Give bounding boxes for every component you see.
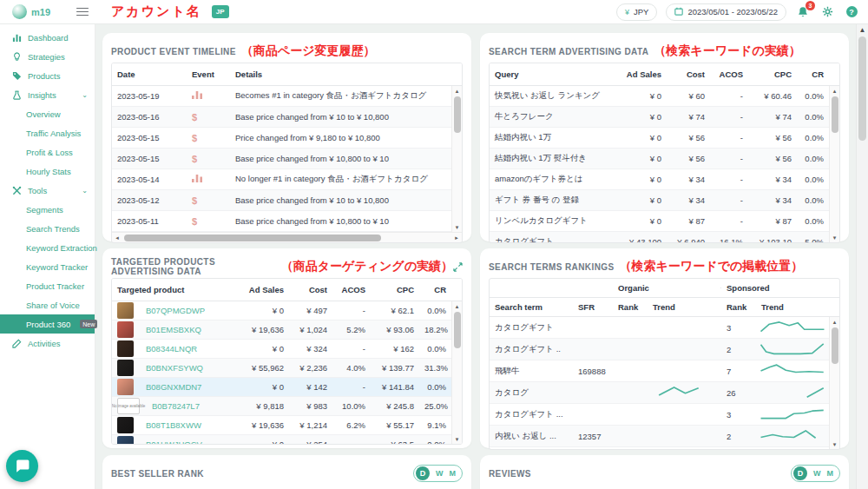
- table-row[interactable]: カタログギフト ..2: [490, 339, 839, 360]
- table-row[interactable]: 牛とろフレーク¥ 0¥ 74-¥ 740.0%: [490, 107, 839, 128]
- page-scrollbar[interactable]: ▲: [856, 24, 868, 489]
- sidebar-item-traffic-analysis[interactable]: Traffic Analysis: [0, 123, 95, 142]
- sidebar-item-insights[interactable]: Insights⌄: [0, 85, 95, 104]
- table-row[interactable]: 2023-05-19Becomes #1 in category 食品・お酒ギフ…: [112, 86, 462, 107]
- scrollbar-track[interactable]: [122, 235, 451, 241]
- scrollbar-thumb[interactable]: [858, 36, 866, 141]
- column-header[interactable]: ACOS: [710, 69, 748, 79]
- sidebar-item-products[interactable]: Products: [0, 66, 95, 85]
- column-header[interactable]: SFR: [573, 302, 613, 312]
- column-header[interactable]: Rank: [721, 302, 756, 312]
- table-row[interactable]: No image availableB0B78247L7¥ 9,818¥ 983…: [112, 397, 462, 416]
- table-row[interactable]: B07QPMGDWP¥ 0¥ 497-¥ 62.10.0%: [112, 301, 462, 320]
- scrollbar-thumb[interactable]: [454, 312, 461, 348]
- table-row[interactable]: 2023-05-16$Base price changed from ¥ 10 …: [112, 107, 462, 128]
- sidebar-item-keyword-tracker[interactable]: Keyword Tracker: [0, 257, 95, 276]
- toggle-option-d[interactable]: D: [416, 466, 430, 480]
- notifications-button[interactable]: 3: [795, 4, 811, 20]
- table-row[interactable]: 快気祝い お返し ランキング¥ 0¥ 60-¥ 60.460.0%: [490, 86, 839, 107]
- table-row[interactable]: カタログ26: [490, 382, 839, 404]
- column-header[interactable]: Rank: [613, 302, 648, 312]
- scroll-right-arrow-icon[interactable]: ▸: [451, 235, 462, 241]
- sidebar-item-keyword-extraction[interactable]: Keyword Extraction: [0, 238, 95, 257]
- table-row[interactable]: B08344LNQR¥ 0¥ 324-¥ 1620.0%: [112, 340, 462, 359]
- asin-link[interactable]: B01EMSBXKQ: [141, 325, 207, 334]
- table-row[interactable]: 飛騨牛1698887: [490, 360, 839, 382]
- table-row[interactable]: B0BNXFSYWQ¥ 55,962¥ 2,2364.0%¥ 139.7731.…: [112, 359, 462, 378]
- table-row[interactable]: 結婚内祝い 1万 熨斗付き¥ 0¥ 56-¥ 560.0%: [490, 149, 839, 169]
- help-button[interactable]: ?: [844, 4, 859, 20]
- column-header[interactable]: Cost: [289, 285, 332, 294]
- table-row[interactable]: ギフト 券 番号 の 登録¥ 0¥ 34-¥ 340.0%: [490, 190, 839, 211]
- table-row[interactable]: B01HWJHQCV¥ 0¥ 254¥ 63.50.0%: [112, 435, 462, 444]
- sidebar-item-tools[interactable]: Tools⌄: [0, 181, 95, 200]
- table-row[interactable]: 2023-05-15$Price changed from ¥ 9,180 to…: [112, 128, 462, 149]
- table-row[interactable]: B08T1B8XWW¥ 19,636¥ 1,2146.2%¥ 55.179.1%: [112, 416, 462, 435]
- asin-link[interactable]: B08GNXMDN7: [141, 382, 207, 392]
- sidebar-item-profit-loss[interactable]: Profit & Loss: [0, 142, 95, 162]
- table-row[interactable]: B08GNXMDN7¥ 0¥ 142-¥ 141.840.0%: [112, 378, 462, 397]
- date-range-picker[interactable]: 2023/05/01 - 2023/05/22: [666, 3, 786, 21]
- chat-widget-button[interactable]: [6, 450, 38, 482]
- scroll-up-arrow-icon[interactable]: ▴: [833, 317, 837, 327]
- asin-link[interactable]: B01HWJHQCV: [141, 439, 207, 444]
- sidebar-item-share-of-voice[interactable]: Share of Voice: [0, 295, 95, 314]
- table-row[interactable]: カタログギフト ...3: [490, 404, 839, 426]
- sidebar-item-overview[interactable]: Overview: [0, 104, 95, 123]
- column-header[interactable]: ACOS: [332, 285, 371, 294]
- asin-link[interactable]: B07QPMGDWP: [141, 306, 210, 315]
- scroll-left-arrow-icon[interactable]: ◂: [112, 235, 122, 241]
- column-header[interactable]: Targeted product: [112, 285, 240, 294]
- sidebar-item-activities[interactable]: Activities: [0, 334, 95, 353]
- table-row[interactable]: 2023-05-12$Base price changed from ¥ 10 …: [112, 190, 462, 211]
- column-header[interactable]: Date: [112, 69, 187, 79]
- toggle-option-m[interactable]: M: [827, 469, 834, 478]
- column-header[interactable]: Ad Sales: [240, 285, 289, 294]
- scroll-down-arrow-icon[interactable]: ▾: [833, 439, 837, 449]
- column-header[interactable]: Trend: [648, 302, 721, 312]
- app-logo[interactable]: m19: [0, 4, 76, 19]
- column-header[interactable]: Search term: [490, 302, 573, 312]
- table-row[interactable]: リンベルカタログギフト¥ 0¥ 87-¥ 870.0%: [490, 211, 839, 232]
- column-header[interactable]: Query: [490, 69, 618, 79]
- asin-link[interactable]: B0BNXFSYWQ: [141, 363, 208, 373]
- period-toggle[interactable]: DWM: [413, 465, 463, 482]
- table-row[interactable]: B01EMSBXKQ¥ 19,636¥ 1,0245.2%¥ 93.0618.2…: [112, 320, 462, 340]
- scroll-up-arrow-icon[interactable]: ▴: [833, 86, 837, 96]
- sidebar-item-product-tracker[interactable]: Product Tracker: [0, 276, 95, 295]
- toggle-option-d[interactable]: D: [793, 466, 807, 480]
- table-row[interactable]: 結婚内祝い 1万¥ 0¥ 56-¥ 560.0%: [490, 128, 839, 149]
- column-header[interactable]: CPC: [371, 285, 419, 294]
- sidebar-item-product-360[interactable]: Product 360New: [0, 314, 95, 334]
- sidebar-item-strategies[interactable]: Strategies: [0, 47, 95, 66]
- scrollbar-thumb[interactable]: [832, 96, 838, 133]
- scrollbar-thumb[interactable]: [124, 235, 381, 241]
- scroll-down-arrow-icon[interactable]: ▾: [456, 434, 459, 444]
- toggle-option-w[interactable]: W: [813, 469, 821, 478]
- column-header[interactable]: CR: [419, 285, 451, 294]
- scrollbar-thumb[interactable]: [454, 96, 461, 133]
- scroll-up-arrow-icon[interactable]: ▴: [456, 86, 459, 96]
- table-row[interactable]: 内祝い お返し ...123572: [490, 426, 839, 447]
- currency-selector[interactable]: ¥ JPY: [616, 3, 657, 21]
- sidebar-item-dashboard[interactable]: Dashboard: [0, 28, 95, 47]
- table-row[interactable]: カタログギフト¥ 43,100¥ 6,94016.1%¥ 103.105.0%: [490, 232, 839, 242]
- sidebar-item-search-trends[interactable]: Search Trends: [0, 219, 95, 238]
- toggle-option-m[interactable]: M: [450, 469, 457, 478]
- asin-link[interactable]: B0B78247L7: [147, 401, 205, 411]
- table-scrollbar[interactable]: ▴▾: [829, 86, 839, 242]
- period-toggle[interactable]: DWM: [791, 465, 840, 482]
- table-row[interactable]: 2023-05-14No longer #1 in category 食品・お酒…: [112, 169, 462, 190]
- table-scrollbar[interactable]: ▴▾: [451, 301, 462, 444]
- column-header[interactable]: CR: [797, 69, 829, 79]
- settings-button[interactable]: [819, 4, 835, 20]
- column-header[interactable]: Trend: [756, 302, 831, 312]
- table-row[interactable]: 2023-05-15$Base price changed from ¥ 10,…: [112, 149, 462, 169]
- table-scrollbar[interactable]: ▴▾: [829, 317, 839, 449]
- column-header[interactable]: Details: [230, 69, 451, 79]
- column-header[interactable]: Cost: [667, 69, 710, 79]
- sidebar-item-segments[interactable]: Segments: [0, 200, 95, 219]
- table-row[interactable]: カタログギフト3: [490, 317, 839, 339]
- asin-link[interactable]: B08344LNQR: [141, 344, 202, 354]
- expand-icon[interactable]: [453, 262, 463, 272]
